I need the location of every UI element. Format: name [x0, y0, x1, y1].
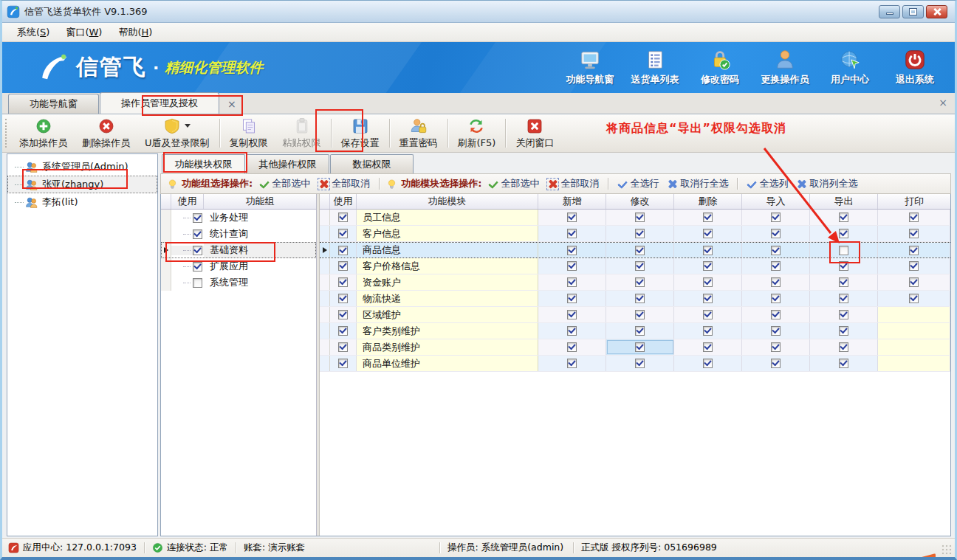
- perm-checkbox-导出[interactable]: [839, 342, 848, 352]
- perm-checkbox-导入[interactable]: [771, 294, 781, 303]
- toolbar-shield-button[interactable]: U盾及登录限制: [137, 114, 217, 152]
- perm-checkbox-导入[interactable]: [771, 277, 781, 287]
- perm-checkbox-新增[interactable]: [567, 246, 577, 255]
- perm-checkbox-新增[interactable]: [567, 277, 577, 287]
- toolbar-copy-button[interactable]: 复制权限: [222, 114, 275, 152]
- perm-checkbox-打印[interactable]: [909, 294, 919, 303]
- dropdown-caret-icon[interactable]: [185, 124, 191, 128]
- group-row[interactable]: 基础资料: [161, 242, 316, 258]
- banner-action-lock[interactable]: 修改密码: [687, 49, 752, 86]
- group-row[interactable]: 业务处理: [161, 210, 316, 226]
- module-use-checkbox[interactable]: [338, 261, 348, 271]
- group-use-checkbox[interactable]: [193, 278, 202, 288]
- module-row[interactable]: 客户信息: [320, 226, 950, 242]
- perm-checkbox-导入[interactable]: [771, 261, 781, 271]
- perm-checkbox-新增[interactable]: [567, 326, 577, 336]
- perm-checkbox-打印[interactable]: [909, 246, 919, 255]
- group-use-checkbox[interactable]: [193, 262, 202, 272]
- perm-checkbox-删除[interactable]: [703, 212, 713, 222]
- banner-action-power[interactable]: 退出系统: [882, 49, 947, 86]
- operator-item[interactable]: 系统管理员(Admin): [7, 158, 157, 176]
- perm-tab[interactable]: 数据权限: [330, 154, 414, 173]
- module-row[interactable]: 客户价格信息: [320, 258, 950, 274]
- selection-action[interactable]: 全部选中: [486, 177, 541, 190]
- group-use-checkbox[interactable]: [193, 213, 202, 223]
- toolbar-remove-button[interactable]: 删除操作员: [75, 114, 137, 152]
- perm-checkbox-打印[interactable]: [909, 212, 919, 222]
- tab-active[interactable]: 操作员管理及授权: [100, 92, 219, 114]
- selection-action[interactable]: 全部取消: [546, 177, 601, 190]
- selection-action[interactable]: 全选行: [615, 177, 661, 190]
- banner-action-globe[interactable]: 用户中心: [817, 49, 882, 86]
- group-use-checkbox[interactable]: [193, 246, 202, 255]
- perm-checkbox-打印[interactable]: [909, 261, 919, 271]
- perm-checkbox-修改[interactable]: [635, 277, 645, 287]
- perm-checkbox-修改[interactable]: [635, 342, 645, 352]
- toolbar-refresh-button[interactable]: 刷新(F5): [450, 114, 504, 152]
- selection-action[interactable]: 取消行全选: [665, 177, 730, 190]
- tab-close-icon[interactable]: ×: [227, 99, 236, 109]
- module-use-checkbox[interactable]: [338, 294, 348, 303]
- module-row[interactable]: 商品单位维护: [320, 356, 950, 372]
- module-use-checkbox[interactable]: [338, 212, 348, 222]
- module-row[interactable]: 商品类别维护: [320, 339, 950, 356]
- module-row[interactable]: 客户类别维护: [320, 323, 950, 339]
- toolbar-save-button[interactable]: 保存设置: [334, 114, 387, 152]
- perm-checkbox-新增[interactable]: [567, 261, 577, 271]
- banner-action-monitor[interactable]: 功能导航窗: [558, 49, 622, 86]
- close-button[interactable]: [926, 5, 947, 18]
- perm-checkbox-导出[interactable]: [839, 246, 848, 255]
- selection-action[interactable]: 全部取消: [317, 177, 372, 190]
- toolbar-closewin-button[interactable]: 关闭窗口: [508, 114, 561, 152]
- menu-item[interactable]: 帮助(H): [111, 24, 160, 41]
- perm-checkbox-导出[interactable]: [839, 229, 848, 238]
- selection-action[interactable]: 全部选中: [257, 177, 312, 190]
- perm-checkbox-修改[interactable]: [635, 326, 645, 336]
- minimize-button[interactable]: [879, 5, 900, 18]
- module-row[interactable]: 员工信息: [320, 210, 950, 226]
- perm-checkbox-新增[interactable]: [567, 310, 577, 319]
- restore-button[interactable]: [902, 5, 924, 18]
- perm-checkbox-导出[interactable]: [839, 212, 848, 222]
- perm-checkbox-新增[interactable]: [567, 342, 577, 352]
- module-use-checkbox[interactable]: [338, 229, 348, 238]
- perm-checkbox-修改[interactable]: [635, 310, 645, 319]
- perm-checkbox-导出[interactable]: [839, 359, 848, 368]
- perm-checkbox-修改[interactable]: [635, 212, 645, 222]
- perm-checkbox-删除[interactable]: [703, 310, 713, 319]
- perm-checkbox-新增[interactable]: [567, 212, 577, 222]
- perm-checkbox-新增[interactable]: [567, 359, 577, 368]
- module-use-checkbox[interactable]: [338, 359, 348, 368]
- perm-checkbox-删除[interactable]: [703, 277, 713, 287]
- perm-checkbox-新增[interactable]: [567, 294, 577, 303]
- perm-checkbox-修改[interactable]: [635, 246, 645, 255]
- perm-checkbox-修改[interactable]: [635, 294, 645, 303]
- module-row[interactable]: 资金账户: [320, 274, 950, 291]
- group-row[interactable]: 统计查询: [161, 226, 316, 242]
- module-use-checkbox[interactable]: [338, 246, 348, 255]
- perm-tab[interactable]: 功能模块权限: [162, 154, 245, 173]
- menu-item[interactable]: 窗口(W): [58, 24, 109, 41]
- module-row[interactable]: 区域维护: [320, 307, 950, 323]
- perm-checkbox-导入[interactable]: [771, 310, 781, 319]
- perm-checkbox-删除[interactable]: [703, 294, 713, 303]
- selection-action[interactable]: 全选列: [744, 177, 790, 190]
- toolbar-add-button[interactable]: 添加操作员: [12, 114, 75, 152]
- operator-item[interactable]: 张亚(zhangy): [7, 176, 157, 193]
- group-row[interactable]: 系统管理: [161, 274, 316, 291]
- perm-checkbox-删除[interactable]: [703, 342, 713, 352]
- perm-checkbox-修改[interactable]: [635, 359, 645, 368]
- group-use-checkbox[interactable]: [193, 229, 202, 239]
- perm-checkbox-删除[interactable]: [703, 359, 713, 368]
- perm-checkbox-打印[interactable]: [909, 277, 919, 287]
- module-use-checkbox[interactable]: [338, 342, 348, 352]
- group-row[interactable]: 扩展应用: [161, 258, 316, 274]
- module-row[interactable]: 物流快递: [320, 291, 950, 307]
- tab-inactive[interactable]: 功能导航窗: [8, 94, 99, 114]
- module-use-checkbox[interactable]: [338, 310, 348, 319]
- perm-checkbox-导入[interactable]: [771, 246, 781, 255]
- perm-checkbox-导出[interactable]: [839, 261, 848, 271]
- operator-item[interactable]: 李拓(lit): [7, 193, 157, 211]
- perm-checkbox-导入[interactable]: [771, 359, 781, 368]
- tabstrip-close-icon[interactable]: ×: [939, 97, 947, 108]
